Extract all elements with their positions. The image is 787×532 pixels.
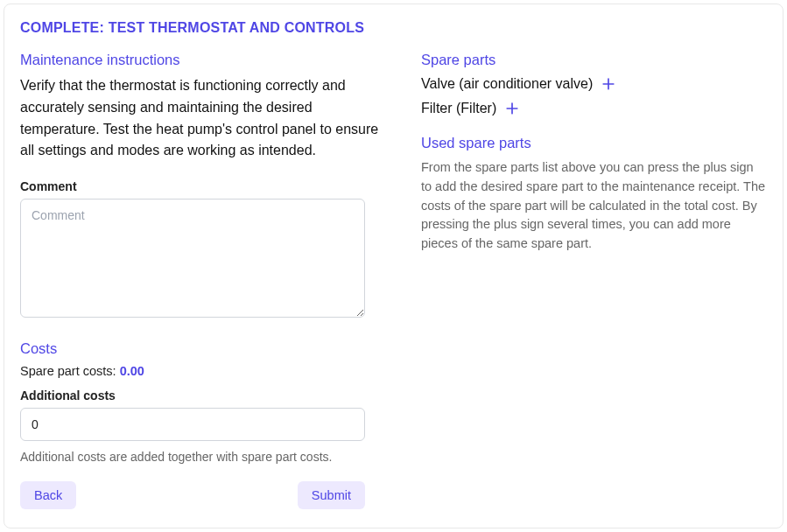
button-row: Back Submit [20, 481, 365, 509]
plus-icon [503, 100, 521, 117]
plus-icon [600, 75, 617, 93]
maintenance-instructions-text: Verify that the thermostat is functionin… [20, 75, 388, 162]
page-title: COMPLETE: TEST THERMOSTAT AND CONTROLS [20, 20, 767, 36]
left-column: Maintenance instructions Verify that the… [20, 52, 388, 509]
spare-part-label: Filter (Filter) [421, 101, 496, 116]
costs-helper-text: Additional costs are added together with… [20, 450, 388, 464]
spare-part-costs-line: Spare part costs: 0.00 [20, 364, 388, 378]
spare-parts-heading: Spare parts [421, 52, 767, 68]
comment-label: Comment [20, 179, 388, 193]
used-spare-parts-text: From the spare parts list above you can … [421, 158, 767, 254]
submit-button[interactable]: Submit [298, 481, 365, 509]
add-spare-part-button[interactable] [600, 75, 617, 93]
columns: Maintenance instructions Verify that the… [20, 52, 767, 509]
comment-textarea[interactable] [20, 199, 365, 318]
additional-costs-input[interactable] [20, 408, 365, 441]
spare-part-costs-value: 0.00 [120, 364, 144, 378]
back-button[interactable]: Back [20, 481, 76, 509]
spare-part-costs-label: Spare part costs: [20, 364, 120, 378]
maintenance-instructions-heading: Maintenance instructions [20, 52, 388, 68]
spare-part-item: Valve (air conditioner valve) [421, 75, 767, 93]
add-spare-part-button[interactable] [503, 100, 521, 117]
used-spare-parts-heading: Used spare parts [421, 135, 767, 151]
form-card: COMPLETE: TEST THERMOSTAT AND CONTROLS M… [4, 4, 783, 528]
costs-heading: Costs [20, 340, 388, 357]
additional-costs-label: Additional costs [20, 388, 388, 402]
spare-part-label: Valve (air conditioner valve) [421, 76, 593, 92]
right-column: Spare parts Valve (air conditioner valve… [421, 52, 767, 509]
spare-part-item: Filter (Filter) [421, 100, 767, 117]
